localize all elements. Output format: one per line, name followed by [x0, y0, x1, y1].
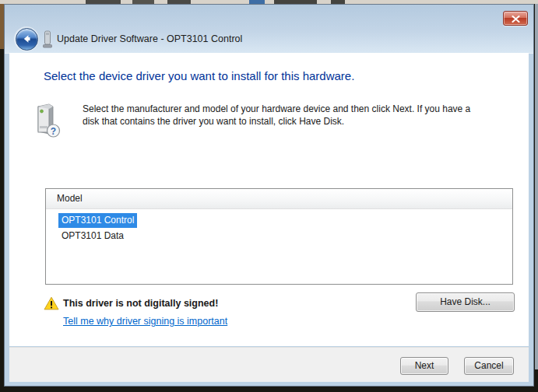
have-disk-button[interactable]: Have Disk...: [416, 292, 515, 312]
instructions-line-2: disk that contains the driver you want t…: [83, 115, 470, 128]
footer-bar: [9, 347, 529, 382]
close-button[interactable]: [503, 11, 528, 26]
driver-signing-info-link[interactable]: Tell me why driver signing is important: [63, 316, 227, 327]
background-right-sliver: [535, 4, 538, 369]
model-column-header[interactable]: Model: [46, 189, 512, 209]
cancel-button[interactable]: Cancel: [464, 357, 514, 375]
model-listbox[interactable]: Model OPT3101 Control OPT3101 Data: [45, 188, 513, 285]
close-x-icon: [512, 12, 520, 26]
update-driver-wizard-dialog: Update Driver Software - OPT3101 Control…: [4, 4, 534, 387]
list-item-opt3101-data[interactable]: OPT3101 Data: [46, 228, 512, 243]
window-title: Update Driver Software - OPT3101 Control: [57, 33, 242, 44]
warning-triangle-icon: [44, 296, 59, 313]
hardware-with-question-icon: ?: [34, 103, 61, 142]
back-arrow-icon: [16, 28, 38, 51]
model-list-items: OPT3101 Control OPT3101 Data: [46, 209, 512, 243]
driver-not-signed-warning: This driver is not digitally signed!: [63, 298, 218, 309]
instructions-text: Select the manufacturer and model of you…: [83, 103, 470, 128]
list-item-label[interactable]: OPT3101 Data: [58, 229, 127, 243]
list-item-label[interactable]: OPT3101 Control: [58, 213, 137, 228]
next-button[interactable]: Next: [400, 357, 448, 375]
driver-device-icon: [42, 30, 53, 53]
svg-text:?: ?: [51, 126, 56, 137]
page-title: Select the device driver you want to ins…: [44, 69, 354, 82]
instructions-line-1: Select the manufacturer and model of you…: [83, 103, 470, 115]
list-item-opt3101-control[interactable]: OPT3101 Control: [46, 212, 512, 228]
title-band: [5, 5, 533, 54]
back-button[interactable]: [14, 26, 39, 51]
